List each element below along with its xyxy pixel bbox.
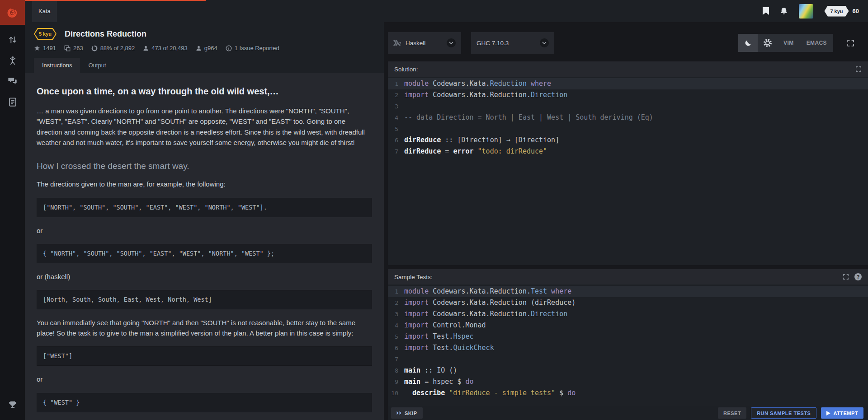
vim-mode-button[interactable]: VIM: [777, 34, 800, 52]
action-bar: SKIP RESET RUN SAMPLE TESTS ATTEMPT: [388, 406, 868, 420]
code-line[interactable]: 9main = hspec $ do: [388, 376, 868, 387]
expand-icon: [843, 274, 849, 280]
discussions-nav-icon[interactable]: [0, 71, 25, 92]
language-select[interactable]: Haskell: [388, 32, 461, 54]
dark-theme-toggle[interactable]: [738, 34, 758, 52]
line-number: 8: [388, 365, 404, 376]
user-rank-badge[interactable]: 7 kyu: [824, 6, 849, 17]
compiler-version-label: GHC 7.10.3: [476, 40, 509, 47]
attempt-label: ATTEMPT: [833, 411, 858, 416]
line-number: 6: [388, 135, 404, 146]
language-label: Haskell: [406, 40, 425, 47]
app: Kata 7 kyu 60: [0, 0, 868, 420]
attempt-button[interactable]: ATTEMPT: [821, 407, 863, 419]
description-para: … a man was given directions to go from …: [37, 106, 372, 148]
code-line[interactable]: 7: [388, 354, 868, 365]
collections-icon: [64, 45, 71, 51]
code-line[interactable]: 8main :: IO (): [388, 365, 868, 376]
content: 5 kyu Directions Reduction 1491: [25, 22, 868, 420]
bookmark-button[interactable]: [763, 7, 769, 15]
code-result-braces: { "WEST" }: [37, 393, 372, 412]
code-line[interactable]: 4-- data Direction = North | East | West…: [388, 112, 868, 123]
reset-button[interactable]: RESET: [718, 407, 746, 419]
code-line[interactable]: 1module Codewars.Kata.Reduction.Test whe…: [388, 286, 868, 297]
leaderboard-nav-icon[interactable]: [0, 395, 25, 415]
docs-nav-icon[interactable]: [0, 92, 25, 112]
sample-tests-editor[interactable]: 1module Codewars.Kata.Reduction.Test whe…: [388, 285, 868, 406]
satisfaction-value: 88% of 2,892: [100, 45, 135, 51]
or-haskell-text: or (haskell): [37, 271, 372, 282]
codewars-swirl-icon: [6, 6, 19, 19]
kata-rank-badge: 5 kyu: [34, 28, 57, 40]
description-para: You can immediatly see that going "NORTH…: [37, 317, 372, 339]
compiler-version-select[interactable]: GHC 7.10.3: [471, 32, 554, 54]
issue-icon: [226, 45, 232, 51]
kata-tabs: Instructions Output: [34, 58, 375, 73]
train-nav-icon[interactable]: [0, 29, 25, 50]
code-line[interactable]: 6dirReduce :: [Direction] → [Direction]: [388, 135, 868, 146]
code-line[interactable]: 5: [388, 123, 868, 135]
fullscreen-button[interactable]: [847, 39, 854, 47]
code-line[interactable]: 3: [388, 101, 868, 112]
person-icon: [143, 45, 149, 51]
emacs-mode-button[interactable]: EMACS: [800, 34, 833, 52]
code-line[interactable]: 10 describe "dirReduce - simple tests" $…: [388, 387, 868, 399]
code-line[interactable]: 6import Test.QuickCheck: [388, 342, 868, 354]
code-line[interactable]: 3import Codewars.Kata.Reduction.Directio…: [388, 308, 868, 320]
tests-expand-button[interactable]: [843, 274, 849, 280]
code-line[interactable]: 2import Codewars.Kata.Reduction (dirRedu…: [388, 297, 868, 308]
bell-icon: [780, 7, 788, 15]
description-heading: Once upon a time, on a way through the o…: [37, 84, 372, 98]
line-number: 5: [388, 123, 404, 135]
kata-title: Directions Reduction: [65, 29, 146, 39]
bookmark-icon: [763, 7, 769, 15]
stat-stars[interactable]: 1491: [34, 45, 56, 51]
line-number: 7: [388, 146, 404, 157]
line-number: 6: [388, 342, 404, 354]
solution-expand-button[interactable]: [855, 66, 862, 72]
code-line[interactable]: 5import Test.Hspec: [388, 331, 868, 342]
line-number: 2: [388, 297, 404, 308]
code-line[interactable]: 7dirReduce = error "todo: dirReduce": [388, 146, 868, 157]
description-subheading: How I crossed the desert the smart way.: [37, 159, 372, 173]
user-rank-area: 7 kyu 60: [824, 6, 859, 17]
code-sample-array: ["NORTH", "SOUTH", "SOUTH", "EAST", "WES…: [37, 198, 372, 217]
description-para: The directions given to the man are, for…: [37, 179, 372, 189]
loading-progress-bar: [25, 0, 206, 1]
line-number: 10: [388, 387, 404, 399]
editor-panel: Haskell GHC 7.10.3: [384, 22, 868, 420]
run-sample-tests-button[interactable]: RUN SAMPLE TESTS: [751, 407, 816, 419]
kata-panel: 5 kyu Directions Reduction 1491: [25, 22, 384, 420]
code-sample-haskell: [North, South, South, East, West, North,…: [37, 290, 372, 309]
haskell-icon: [393, 40, 401, 46]
left-rail: [0, 0, 25, 420]
code-sample-braces: { "NORTH", "SOUTH", "SOUTH", "EAST", "WE…: [37, 244, 372, 263]
help-icon[interactable]: ?: [854, 273, 862, 280]
user-avatar[interactable]: [799, 4, 813, 19]
tab-kata[interactable]: Kata: [32, 0, 57, 22]
satisfaction-icon: [91, 45, 98, 51]
expand-icon: [847, 39, 854, 47]
notifications-button[interactable]: [780, 7, 788, 15]
solution-editor[interactable]: 1module Codewars.Kata.Reduction where2im…: [388, 77, 868, 265]
code-line[interactable]: 4import Control.Monad: [388, 320, 868, 331]
star-icon: [34, 45, 40, 51]
line-number: 2: [388, 89, 404, 101]
gear-icon: [763, 38, 772, 47]
skip-button[interactable]: SKIP: [391, 407, 423, 419]
line-number: 1: [388, 286, 404, 297]
stat-completions: 473 of 20,493: [143, 45, 188, 51]
code-line[interactable]: 2import Codewars.Kata.Reduction.Directio…: [388, 89, 868, 101]
code-line[interactable]: 1module Codewars.Kata.Reduction where: [388, 78, 868, 89]
line-number: 9: [388, 376, 404, 387]
stat-issues[interactable]: 1 Issue Reported: [226, 45, 279, 51]
completions-value: 473 of 20,493: [151, 45, 188, 51]
stat-author[interactable]: g964: [196, 45, 217, 51]
tab-instructions[interactable]: Instructions: [34, 58, 80, 73]
kumite-nav-icon[interactable]: [0, 50, 25, 71]
codewars-logo[interactable]: [0, 0, 25, 25]
tab-output[interactable]: Output: [80, 58, 114, 73]
kata-header: 5 kyu Directions Reduction 1491: [25, 22, 384, 73]
play-icon: [826, 411, 830, 415]
editor-settings-button[interactable]: [758, 34, 777, 52]
